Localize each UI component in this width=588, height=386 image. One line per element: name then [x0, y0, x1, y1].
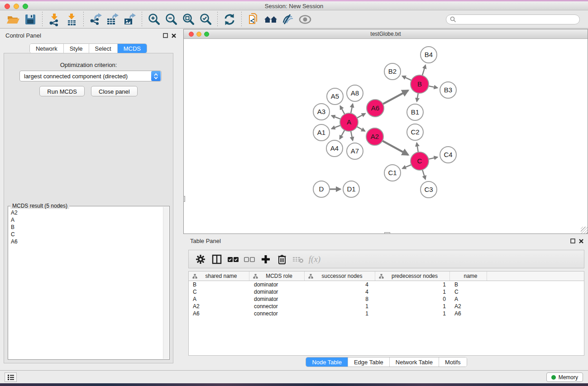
- cell-shared-name[interactable]: C: [189, 289, 249, 295]
- show-columns-button[interactable]: [209, 253, 225, 266]
- close-panel-button[interactable]: Close panel: [91, 86, 138, 96]
- cell-predecessor-nodes[interactable]: 1: [375, 310, 450, 317]
- graph-edge-c-c3[interactable]: [422, 169, 425, 179]
- cell-mcds-role[interactable]: connector: [249, 303, 305, 310]
- column-header-successor-nodes[interactable]: successor nodes: [305, 272, 375, 281]
- home-pair-button[interactable]: [263, 12, 279, 27]
- graph-edge-a-a8[interactable]: [351, 104, 353, 114]
- network-canvas[interactable]: B4B2BB3B1A5A8A3A6AA1C2A2A4A7CC4C1C3DD1: [184, 39, 588, 234]
- graph-edge-a-a3[interactable]: [331, 115, 341, 119]
- graph-edge-a-a1[interactable]: [331, 125, 341, 129]
- import-table-button[interactable]: [63, 12, 80, 27]
- cell-name[interactable]: A6: [450, 310, 487, 317]
- window-resize-grip-bottom[interactable]: [384, 232, 390, 234]
- column-header-mcds-role[interactable]: MCDS role: [249, 272, 305, 281]
- table-settings-button[interactable]: [193, 253, 208, 266]
- criterion-dropdown[interactable]: largest connected component (directed): [19, 71, 162, 81]
- cell-successor-nodes[interactable]: 4: [305, 281, 375, 288]
- cell-shared-name[interactable]: A6: [189, 310, 249, 317]
- close-panel-icon[interactable]: [578, 238, 584, 244]
- network-window-titlebar[interactable]: testGlobe.txt: [184, 29, 588, 39]
- result-item-a2[interactable]: A2: [9, 209, 163, 216]
- graph-edge-b-b2[interactable]: [402, 76, 412, 81]
- export-network-button[interactable]: [87, 12, 104, 27]
- cell-successor-nodes[interactable]: 1: [305, 310, 375, 317]
- cell-shared-name[interactable]: A2: [189, 303, 249, 310]
- window-resize-grip-corner[interactable]: [581, 227, 588, 234]
- graph-edge-c-c4[interactable]: [428, 157, 438, 159]
- cell-successor-nodes[interactable]: 8: [305, 296, 375, 302]
- refresh-button[interactable]: [221, 12, 238, 27]
- bird-eye-view-button[interactable]: [297, 12, 313, 27]
- tab-select[interactable]: Select: [89, 44, 118, 53]
- cell-mcds-role[interactable]: connector: [249, 310, 305, 317]
- graph-edge-c-c2[interactable]: [417, 143, 418, 153]
- show-panels-button[interactable]: [5, 372, 17, 382]
- table-row-c[interactable]: Cdominator41C: [189, 288, 584, 295]
- select-all-button[interactable]: [225, 253, 241, 266]
- graph-edge-a-a4[interactable]: [340, 130, 345, 139]
- graph-edge-a-a2[interactable]: [357, 126, 365, 131]
- table-tab-edge-table[interactable]: Edge Table: [348, 357, 390, 367]
- close-panel-icon[interactable]: [171, 33, 177, 39]
- zoom-selected-button[interactable]: [197, 12, 214, 27]
- cell-predecessor-nodes[interactable]: 0: [375, 296, 450, 302]
- cell-successor-nodes[interactable]: 4: [305, 289, 375, 295]
- export-table-button[interactable]: [105, 12, 121, 27]
- cell-shared-name[interactable]: B: [189, 281, 249, 288]
- table-row-a6[interactable]: A6connector11A6: [189, 310, 584, 317]
- cell-mcds-role[interactable]: dominator: [249, 296, 305, 302]
- cell-mcds-role[interactable]: dominator: [249, 289, 305, 295]
- memory-button[interactable]: Memory: [546, 372, 583, 382]
- deselect-all-button[interactable]: [242, 253, 257, 266]
- graph-edge-b-b1[interactable]: [417, 93, 418, 102]
- cell-predecessor-nodes[interactable]: 1: [375, 303, 450, 310]
- delete-button[interactable]: [274, 253, 290, 266]
- graph-edge-a-a7[interactable]: [351, 131, 353, 141]
- column-header-shared-name[interactable]: shared name: [189, 272, 249, 281]
- zoom-out-button[interactable]: [163, 12, 179, 27]
- cell-mcds-role[interactable]: dominator: [249, 281, 305, 288]
- export-image-button[interactable]: [122, 12, 138, 27]
- result-item-b[interactable]: B: [9, 224, 163, 231]
- graph-edge-b-b3[interactable]: [428, 86, 438, 88]
- cell-name[interactable]: C: [450, 289, 487, 295]
- open-file-button[interactable]: [5, 12, 21, 27]
- tab-network[interactable]: Network: [30, 44, 64, 53]
- column-header-name[interactable]: name: [450, 272, 487, 281]
- save-session-button[interactable]: [22, 12, 38, 27]
- cell-name[interactable]: B: [450, 281, 487, 288]
- cell-predecessor-nodes[interactable]: 1: [375, 289, 450, 295]
- column-header-predecessor-nodes[interactable]: predecessor nodes: [375, 272, 450, 281]
- result-scrollbar[interactable]: [163, 207, 169, 359]
- table-row-b[interactable]: Bdominator41B: [189, 281, 584, 288]
- graph-edge-c-c1[interactable]: [402, 165, 412, 169]
- cell-shared-name[interactable]: A: [189, 296, 249, 302]
- graph-edge-a-a6[interactable]: [357, 114, 365, 118]
- table-row-a[interactable]: Adominator80A: [189, 295, 584, 303]
- float-panel-icon[interactable]: [570, 238, 576, 244]
- search-input[interactable]: [456, 16, 576, 23]
- result-item-c[interactable]: C: [9, 231, 163, 238]
- create-column-button[interactable]: [258, 253, 273, 266]
- window-resize-grip-left[interactable]: [183, 196, 185, 202]
- delete-table-button[interactable]: [291, 253, 306, 266]
- import-network-button[interactable]: [46, 12, 62, 27]
- graph-edge-b-b4[interactable]: [422, 65, 425, 76]
- search-box[interactable]: [446, 14, 580, 24]
- zoom-in-button[interactable]: [146, 12, 162, 27]
- tab-style[interactable]: Style: [64, 44, 89, 53]
- result-item-a[interactable]: A: [9, 216, 163, 224]
- cell-name[interactable]: A: [450, 296, 487, 302]
- table-row-a2[interactable]: A2connector11A2: [189, 303, 584, 310]
- cell-successor-nodes[interactable]: 1: [305, 303, 375, 310]
- graph-edge-a6-b[interactable]: [382, 91, 408, 105]
- hide-graphics-details-button[interactable]: [280, 12, 296, 27]
- graph-edge-a-a5[interactable]: [340, 106, 344, 114]
- table-tab-motifs[interactable]: Motifs: [439, 357, 467, 367]
- cell-predecessor-nodes[interactable]: 1: [375, 281, 450, 288]
- tab-mcds[interactable]: MCDS: [118, 44, 147, 53]
- function-builder-button[interactable]: f(x): [307, 253, 322, 266]
- float-panel-icon[interactable]: [163, 33, 169, 39]
- graph-edge-a2-c[interactable]: [382, 141, 408, 155]
